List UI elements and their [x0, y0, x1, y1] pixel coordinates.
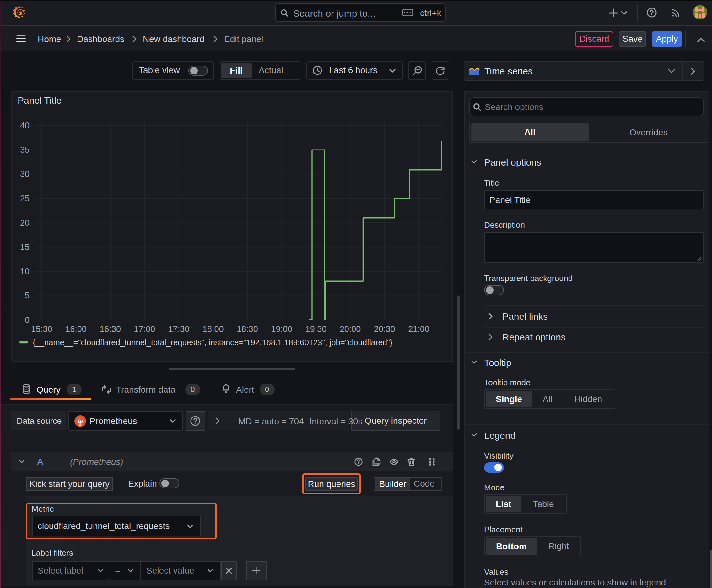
svg-text:20: 20: [20, 218, 29, 227]
svg-text:40: 40: [20, 121, 29, 130]
svg-text:17:00: 17:00: [134, 324, 155, 334]
svg-text:17:30: 17:30: [168, 324, 190, 334]
svg-text:16:30: 16:30: [100, 324, 121, 334]
svg-text:20:00: 20:00: [340, 324, 361, 334]
svg-text:35: 35: [20, 145, 29, 154]
svg-text:5: 5: [25, 291, 29, 300]
svg-text:18:30: 18:30: [237, 324, 258, 334]
svg-text:21:00: 21:00: [408, 324, 429, 334]
svg-text:0: 0: [25, 315, 29, 325]
svg-text:20:30: 20:30: [374, 324, 395, 334]
svg-text:10: 10: [20, 267, 29, 276]
svg-text:30: 30: [20, 169, 29, 179]
svg-text:15:30: 15:30: [31, 324, 52, 334]
svg-text:25: 25: [20, 194, 29, 203]
svg-text:16:00: 16:00: [65, 324, 87, 334]
svg-text:19:00: 19:00: [271, 324, 292, 334]
svg-text:19:30: 19:30: [305, 324, 327, 334]
svg-text:15: 15: [20, 242, 29, 252]
svg-text:{__name__="cloudflared_tunnel_: {__name__="cloudflared_tunnel_total_requ…: [33, 338, 393, 347]
svg-text:18:00: 18:00: [202, 324, 224, 334]
